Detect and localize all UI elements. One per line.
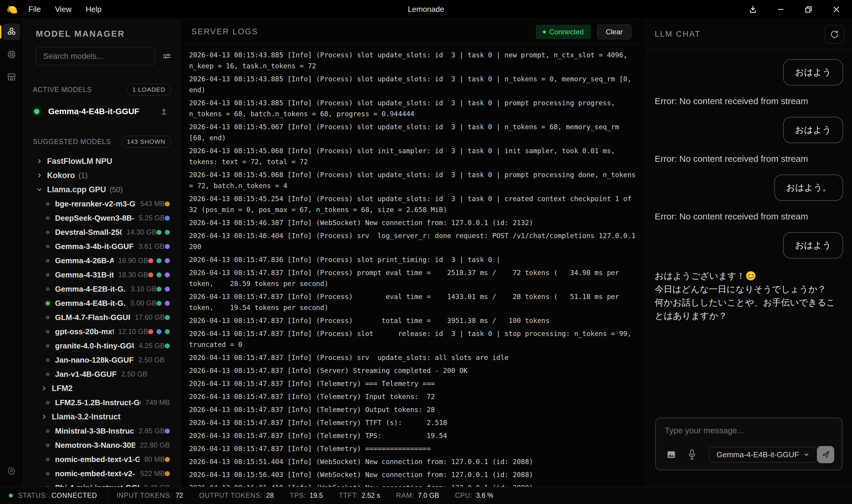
log-entry: 2026-04-13 08:15:51.404 [Info] (WebSocke…: [189, 456, 637, 467]
capability-dot-icon: [165, 244, 170, 249]
model-capability-dots: [165, 457, 170, 462]
send-message-button[interactable]: [817, 446, 834, 463]
refresh-chat-button[interactable]: [825, 25, 844, 43]
model-row[interactable]: Gemma-4-E2B-it-G...3.10 GB: [23, 282, 180, 296]
log-entry: 2026-04-13 08:15:47.837 [Info] (Telemetr…: [189, 443, 637, 454]
rail-item-hardware[interactable]: [3, 46, 20, 63]
log-entry: 2026-04-13 08:15:47.837 [Info] (Process)…: [189, 352, 637, 363]
metric-label: CPU:: [455, 491, 472, 500]
model-row[interactable]: Gemma-4-26B-A...16.90 GB: [23, 253, 180, 268]
search-models-input[interactable]: [36, 47, 155, 65]
model-row[interactable]: Gemma-3-4b-it-GGUF3.61 GB: [23, 239, 180, 253]
active-model-name: Gemma-4-E4B-it-GGUF: [48, 107, 139, 116]
menu-view[interactable]: View: [48, 5, 79, 14]
active-models-section-header: ACTIVE MODELS 1 LOADED: [33, 84, 171, 95]
model-row[interactable]: nomic-embed-text-v1-G...80 MB: [23, 452, 180, 466]
nav-rail: [0, 19, 23, 487]
model-name: nomic-embed-text-v2-...: [55, 469, 135, 478]
log-entry: 2026-04-13 08:15:43.885 [Info] (Process)…: [189, 97, 637, 120]
model-name: Gemma-4-E2B-it-G...: [55, 285, 126, 294]
chat-input[interactable]: Type your message...: [665, 426, 834, 435]
capability-dot-icon: [157, 287, 162, 292]
unload-model-button[interactable]: [158, 106, 170, 118]
model-row[interactable]: granite-4.0-h-tiny-GGUF4.25 GB: [23, 339, 180, 353]
minimize-button[interactable]: [776, 4, 786, 15]
model-row[interactable]: Ministral-3-3B-Instruct-...2.85 GB: [23, 424, 180, 438]
model-row[interactable]: Jan-nano-128k-GGUF2.50 GB: [23, 353, 180, 367]
model-capability-dots: [165, 201, 170, 206]
model-size: 14.30 GB: [127, 228, 157, 236]
model-row[interactable]: nomic-embed-text-v2-...522 MB: [23, 466, 180, 481]
clear-logs-button[interactable]: Clear: [597, 24, 631, 39]
rail-item-model-manager[interactable]: [3, 24, 20, 40]
capability-dot-icon: [165, 301, 170, 306]
model-row[interactable]: Gemma-4-31B-it...18.30 GB: [23, 268, 180, 282]
model-loaded-dot: [46, 301, 50, 305]
metric-label: INPUT TOKENS:: [116, 491, 172, 500]
log-entry: 2026-04-13 08:15:47.837 [Info] (Telemetr…: [189, 430, 637, 441]
download-button[interactable]: [748, 4, 758, 15]
chat-model-selector[interactable]: Gemma-4-E4B-it-GGUF: [709, 447, 817, 463]
model-store-icon: [6, 72, 17, 82]
model-group-row[interactable]: Llama-3.2-Instruct: [23, 410, 180, 424]
model-capability-dots: [165, 315, 170, 320]
model-group-row[interactable]: Kokoro(1): [23, 168, 180, 182]
capability-dot-icon: [165, 429, 170, 434]
server-logs-panel: SERVER LOGS Connected Clear 2026-04-13 0…: [180, 19, 646, 487]
model-group-label: Llama.cpp GPU: [47, 185, 106, 194]
model-bullet-dot: [46, 202, 50, 206]
model-row[interactable]: Devstral-Small-2507-...14.30 GB: [23, 225, 180, 239]
microphone-button[interactable]: [686, 448, 699, 461]
main-area: MODEL MANAGER ACTIVE MODELS 1 LOADED Gem…: [0, 19, 852, 487]
titlebar: 🍋 FileViewHelp Lemonade: [0, 0, 852, 19]
model-row[interactable]: Phi-4-mini-instruct-GGUF2.49 GB: [23, 481, 180, 487]
chat-input-box[interactable]: Type your message...: [655, 418, 842, 470]
log-output[interactable]: 2026-04-13 08:15:43.885 [Info] (Process)…: [180, 45, 646, 487]
model-size: 5.25 GB: [139, 214, 165, 222]
model-tree: FastFlowLM NPUKokoro(1)Llama.cpp GPU(50)…: [23, 154, 180, 487]
close-button[interactable]: [831, 4, 841, 15]
log-entry: 2026-04-13 08:15:47.837 [Info] (Telemetr…: [189, 378, 637, 389]
filter-button[interactable]: [161, 49, 173, 63]
model-group-row[interactable]: FastFlowLM NPU: [23, 154, 180, 168]
capability-dot-icon: [157, 230, 162, 235]
model-group-row[interactable]: Llama.cpp GPU(50): [23, 182, 180, 197]
metric-label: TPS:: [290, 491, 306, 500]
chevron-collapsed-icon: [36, 173, 42, 178]
attach-image-button[interactable]: [665, 448, 678, 461]
status-metric: TTFT:2.52 s: [339, 491, 380, 500]
loaded-count-badge: 1 LOADED: [127, 84, 171, 95]
capability-dot-icon: [148, 272, 153, 277]
log-entry: 2026-04-13 08:15:47.837 [Info] (Process)…: [189, 315, 637, 326]
llm-chat-title: LLM CHAT: [655, 30, 701, 39]
model-row[interactable]: gpt-oss-20b-mxfp...12.10 GB: [23, 324, 180, 339]
log-entry: 2026-04-13 08:15:46.404 [Info] (Process)…: [189, 230, 637, 252]
suggested-models-section-header: SUGGESTED MODELS 143 SHOWN: [33, 136, 171, 148]
user-message-bubble: おはよう: [783, 59, 843, 86]
capability-dot-icon: [148, 258, 153, 263]
menu-help[interactable]: Help: [79, 5, 109, 14]
model-bullet-dot: [46, 230, 50, 234]
active-model-row[interactable]: Gemma-4-E4B-it-GGUF: [34, 106, 170, 118]
model-row[interactable]: Gemma-4-E4B-it-G...5.00 GB: [23, 296, 180, 310]
model-bullet-dot: [46, 443, 50, 447]
restore-button[interactable]: [803, 4, 814, 15]
model-row[interactable]: Jan-v1-4B-GGUF2.50 GB: [23, 367, 180, 381]
model-name: DeepSeek-Qwen3-8B-G...: [55, 214, 134, 223]
model-row[interactable]: DeepSeek-Qwen3-8B-G...5.25 GB: [23, 211, 180, 225]
menu-file[interactable]: File: [21, 5, 48, 14]
rail-item-settings[interactable]: [3, 463, 20, 479]
model-row[interactable]: Nemotron-3-Nano-30B-A...22.80 GB: [23, 438, 180, 452]
rail-item-model-store[interactable]: [3, 69, 20, 85]
model-group-row[interactable]: LFM2: [23, 381, 180, 395]
model-name: LFM2.5-1.2B-Instruct-GGUF: [55, 398, 141, 407]
capability-dot-icon: [157, 301, 162, 306]
model-name: gpt-oss-20b-mxfp...: [55, 327, 114, 336]
server-logs-header: SERVER LOGS Connected Clear: [180, 19, 646, 45]
model-row[interactable]: LFM2.5-1.2B-Instruct-GGUF749 MB: [23, 395, 180, 410]
model-name: Gemma-4-E4B-it-G...: [55, 299, 126, 308]
chat-message-list: おはようError: No content received from stre…: [647, 50, 852, 418]
model-name: Gemma-4-31B-it...: [55, 270, 114, 280]
model-row[interactable]: GLM-4.7-Flash-GGUF17.60 GB: [23, 310, 180, 324]
model-row[interactable]: bge-reranker-v2-m3-GG...543 MB: [23, 197, 180, 211]
